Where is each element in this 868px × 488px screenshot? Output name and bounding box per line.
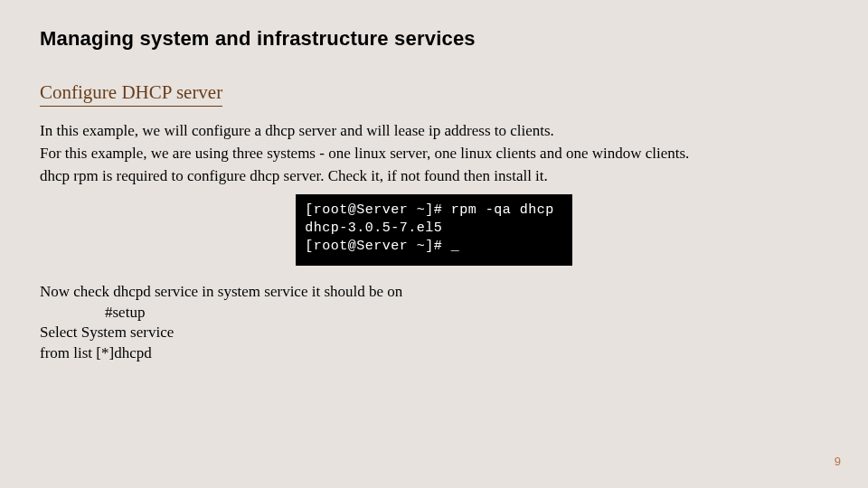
intro-line-1: In this example, we will configure a dhc… <box>40 121 828 142</box>
footer-line-4: from list [*]dhcpd <box>40 343 828 364</box>
terminal-screenshot: [root@Server ~]# rpm -qa dhcp dhcp-3.0.5… <box>40 194 828 266</box>
footer-paragraph: Now check dhcpd service in system servic… <box>40 282 828 365</box>
footer-line-1: Now check dhcpd service in system servic… <box>40 282 828 303</box>
footer-line-2: #setup <box>40 303 828 324</box>
footer-line-3: Select System service <box>40 323 828 343</box>
terminal-line-2: dhcp-3.0.5-7.el5 <box>305 221 442 236</box>
page-title: Managing system and infrastructure servi… <box>40 27 828 51</box>
terminal-line-3: [root@Server ~]# _ <box>305 239 459 254</box>
intro-paragraph: In this example, we will configure a dhc… <box>40 121 828 187</box>
intro-line-3: dhcp rpm is required to configure dhcp s… <box>40 166 828 187</box>
terminal-content: [root@Server ~]# rpm -qa dhcp dhcp-3.0.5… <box>296 194 572 266</box>
intro-line-2: For this example, we are using three sys… <box>40 144 828 164</box>
section-heading-text: Configure DHCP server <box>40 81 222 107</box>
terminal-line-1: [root@Server ~]# rpm -qa dhcp <box>305 202 554 218</box>
slide: Managing system and infrastructure servi… <box>0 0 868 364</box>
section-heading: Configure DHCP server <box>40 81 828 121</box>
page-number: 9 <box>835 455 841 468</box>
